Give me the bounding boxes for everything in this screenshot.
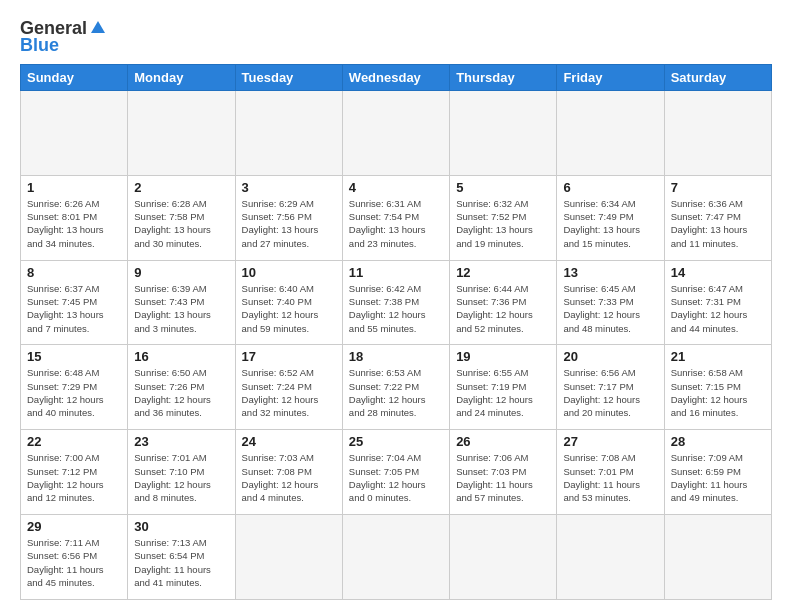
empty-cell	[557, 91, 664, 176]
day-info: Sunrise: 7:08 AM Sunset: 7:01 PM Dayligh…	[563, 451, 657, 504]
day-info: Sunrise: 7:06 AM Sunset: 7:03 PM Dayligh…	[456, 451, 550, 504]
column-header-sunday: Sunday	[21, 65, 128, 91]
day-number: 8	[27, 265, 121, 280]
day-number: 17	[242, 349, 336, 364]
column-header-wednesday: Wednesday	[342, 65, 449, 91]
day-cell: 22Sunrise: 7:00 AM Sunset: 7:12 PM Dayli…	[21, 430, 128, 515]
day-number: 5	[456, 180, 550, 195]
day-number: 14	[671, 265, 765, 280]
day-info: Sunrise: 7:00 AM Sunset: 7:12 PM Dayligh…	[27, 451, 121, 504]
svg-marker-0	[91, 21, 105, 33]
empty-cell	[664, 515, 771, 600]
day-cell: 4Sunrise: 6:31 AM Sunset: 7:54 PM Daylig…	[342, 175, 449, 260]
day-number: 20	[563, 349, 657, 364]
logo: General Blue	[20, 18, 107, 56]
day-info: Sunrise: 7:13 AM Sunset: 6:54 PM Dayligh…	[134, 536, 228, 589]
header-row: SundayMondayTuesdayWednesdayThursdayFrid…	[21, 65, 772, 91]
day-cell: 20Sunrise: 6:56 AM Sunset: 7:17 PM Dayli…	[557, 345, 664, 430]
day-cell: 24Sunrise: 7:03 AM Sunset: 7:08 PM Dayli…	[235, 430, 342, 515]
header: General Blue	[20, 18, 772, 56]
day-cell: 7Sunrise: 6:36 AM Sunset: 7:47 PM Daylig…	[664, 175, 771, 260]
day-number: 1	[27, 180, 121, 195]
day-number: 28	[671, 434, 765, 449]
day-cell: 17Sunrise: 6:52 AM Sunset: 7:24 PM Dayli…	[235, 345, 342, 430]
day-number: 24	[242, 434, 336, 449]
day-info: Sunrise: 6:50 AM Sunset: 7:26 PM Dayligh…	[134, 366, 228, 419]
day-cell: 13Sunrise: 6:45 AM Sunset: 7:33 PM Dayli…	[557, 260, 664, 345]
day-cell: 15Sunrise: 6:48 AM Sunset: 7:29 PM Dayli…	[21, 345, 128, 430]
calendar-row: 8Sunrise: 6:37 AM Sunset: 7:45 PM Daylig…	[21, 260, 772, 345]
day-number: 22	[27, 434, 121, 449]
day-info: Sunrise: 6:44 AM Sunset: 7:36 PM Dayligh…	[456, 282, 550, 335]
day-info: Sunrise: 6:26 AM Sunset: 8:01 PM Dayligh…	[27, 197, 121, 250]
day-number: 30	[134, 519, 228, 534]
day-info: Sunrise: 7:03 AM Sunset: 7:08 PM Dayligh…	[242, 451, 336, 504]
day-number: 23	[134, 434, 228, 449]
day-cell: 18Sunrise: 6:53 AM Sunset: 7:22 PM Dayli…	[342, 345, 449, 430]
day-number: 11	[349, 265, 443, 280]
day-number: 27	[563, 434, 657, 449]
day-number: 4	[349, 180, 443, 195]
day-info: Sunrise: 7:04 AM Sunset: 7:05 PM Dayligh…	[349, 451, 443, 504]
day-cell: 10Sunrise: 6:40 AM Sunset: 7:40 PM Dayli…	[235, 260, 342, 345]
day-info: Sunrise: 6:45 AM Sunset: 7:33 PM Dayligh…	[563, 282, 657, 335]
day-cell: 5Sunrise: 6:32 AM Sunset: 7:52 PM Daylig…	[450, 175, 557, 260]
day-info: Sunrise: 6:55 AM Sunset: 7:19 PM Dayligh…	[456, 366, 550, 419]
day-info: Sunrise: 6:56 AM Sunset: 7:17 PM Dayligh…	[563, 366, 657, 419]
column-header-saturday: Saturday	[664, 65, 771, 91]
calendar-table: SundayMondayTuesdayWednesdayThursdayFrid…	[20, 64, 772, 600]
day-number: 26	[456, 434, 550, 449]
day-number: 15	[27, 349, 121, 364]
day-info: Sunrise: 6:58 AM Sunset: 7:15 PM Dayligh…	[671, 366, 765, 419]
day-cell: 30Sunrise: 7:13 AM Sunset: 6:54 PM Dayli…	[128, 515, 235, 600]
day-cell: 28Sunrise: 7:09 AM Sunset: 6:59 PM Dayli…	[664, 430, 771, 515]
column-header-tuesday: Tuesday	[235, 65, 342, 91]
day-number: 12	[456, 265, 550, 280]
day-number: 7	[671, 180, 765, 195]
day-info: Sunrise: 6:29 AM Sunset: 7:56 PM Dayligh…	[242, 197, 336, 250]
column-header-thursday: Thursday	[450, 65, 557, 91]
day-info: Sunrise: 6:40 AM Sunset: 7:40 PM Dayligh…	[242, 282, 336, 335]
day-info: Sunrise: 7:09 AM Sunset: 6:59 PM Dayligh…	[671, 451, 765, 504]
day-info: Sunrise: 6:36 AM Sunset: 7:47 PM Dayligh…	[671, 197, 765, 250]
day-number: 10	[242, 265, 336, 280]
day-cell: 25Sunrise: 7:04 AM Sunset: 7:05 PM Dayli…	[342, 430, 449, 515]
empty-cell	[21, 91, 128, 176]
day-info: Sunrise: 7:01 AM Sunset: 7:10 PM Dayligh…	[134, 451, 228, 504]
column-header-friday: Friday	[557, 65, 664, 91]
empty-cell	[342, 91, 449, 176]
empty-cell	[557, 515, 664, 600]
calendar-row: 15Sunrise: 6:48 AM Sunset: 7:29 PM Dayli…	[21, 345, 772, 430]
day-number: 3	[242, 180, 336, 195]
day-cell: 16Sunrise: 6:50 AM Sunset: 7:26 PM Dayli…	[128, 345, 235, 430]
day-info: Sunrise: 7:11 AM Sunset: 6:56 PM Dayligh…	[27, 536, 121, 589]
day-cell: 21Sunrise: 6:58 AM Sunset: 7:15 PM Dayli…	[664, 345, 771, 430]
day-info: Sunrise: 6:37 AM Sunset: 7:45 PM Dayligh…	[27, 282, 121, 335]
empty-cell	[128, 91, 235, 176]
empty-cell	[450, 91, 557, 176]
logo-blue-text: Blue	[20, 35, 59, 56]
empty-cell	[664, 91, 771, 176]
day-info: Sunrise: 6:53 AM Sunset: 7:22 PM Dayligh…	[349, 366, 443, 419]
day-number: 2	[134, 180, 228, 195]
day-info: Sunrise: 6:52 AM Sunset: 7:24 PM Dayligh…	[242, 366, 336, 419]
day-number: 25	[349, 434, 443, 449]
day-cell: 3Sunrise: 6:29 AM Sunset: 7:56 PM Daylig…	[235, 175, 342, 260]
day-cell: 11Sunrise: 6:42 AM Sunset: 7:38 PM Dayli…	[342, 260, 449, 345]
day-number: 9	[134, 265, 228, 280]
calendar-row	[21, 91, 772, 176]
day-cell: 2Sunrise: 6:28 AM Sunset: 7:58 PM Daylig…	[128, 175, 235, 260]
day-cell: 26Sunrise: 7:06 AM Sunset: 7:03 PM Dayli…	[450, 430, 557, 515]
column-header-monday: Monday	[128, 65, 235, 91]
day-cell: 23Sunrise: 7:01 AM Sunset: 7:10 PM Dayli…	[128, 430, 235, 515]
day-cell: 27Sunrise: 7:08 AM Sunset: 7:01 PM Dayli…	[557, 430, 664, 515]
empty-cell	[235, 91, 342, 176]
day-cell: 19Sunrise: 6:55 AM Sunset: 7:19 PM Dayli…	[450, 345, 557, 430]
calendar-row: 29Sunrise: 7:11 AM Sunset: 6:56 PM Dayli…	[21, 515, 772, 600]
day-cell: 12Sunrise: 6:44 AM Sunset: 7:36 PM Dayli…	[450, 260, 557, 345]
day-cell: 8Sunrise: 6:37 AM Sunset: 7:45 PM Daylig…	[21, 260, 128, 345]
day-number: 16	[134, 349, 228, 364]
day-info: Sunrise: 6:47 AM Sunset: 7:31 PM Dayligh…	[671, 282, 765, 335]
day-cell: 1Sunrise: 6:26 AM Sunset: 8:01 PM Daylig…	[21, 175, 128, 260]
day-info: Sunrise: 6:32 AM Sunset: 7:52 PM Dayligh…	[456, 197, 550, 250]
